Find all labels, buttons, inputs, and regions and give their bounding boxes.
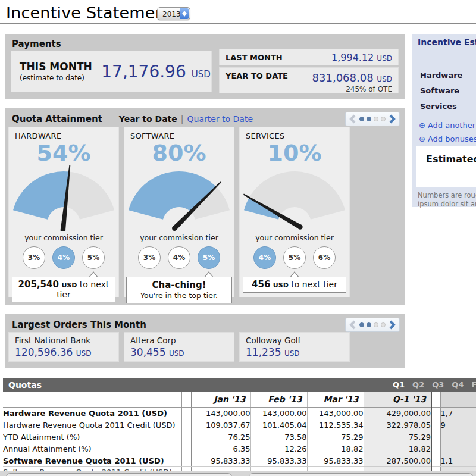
gauge-card-services: SERVICES 10% your commission tier 4% 5% … [239,127,350,298]
estimator-footnote: ipsum dolor sit ame [418,200,476,208]
add-another-link[interactable]: ⊕Add another [419,121,475,130]
largest-orders-header: Largest Orders This Month [12,320,146,330]
table-row: Annual Attainment (%) 6.35 12.26 18.82 1… [3,443,476,455]
toggle-separator: | [181,114,184,124]
table-row: Hardware Revenue Quota 2011 (USD) 143,00… [3,407,476,419]
year-to-date-card: YEAR TO DATE 831,068.08 USD 245% of OTE [219,67,399,93]
clipped-box [249,473,473,476]
estimated-total-label: Estimated Total [416,146,476,165]
select-stepper[interactable] [180,8,189,19]
estimator-row-services: Services [420,102,457,111]
year-select-value: 2013 [162,10,181,18]
year-select[interactable]: 2013 [157,7,190,20]
gauge-card-hardware: HARDWARE 54% your commission tier 3% 4% … [8,127,119,298]
this-month-label: THIS MONTH [20,61,101,73]
add-icon: ⊕ [419,121,425,130]
tier-badge: 4% [168,246,190,269]
tier-caption: your commission tier [240,233,349,242]
last-month-value: 1,994.12 USD [331,52,392,63]
tier-caption: your commission tier [9,233,118,242]
orders-pager [345,318,400,332]
gauge-name: HARDWARE [9,127,118,140]
payments-header: Payments [12,39,61,49]
table-row: YTD Attainment (%) 76.25 73.58 75.29 75.… [3,431,476,443]
next-tier-callout: 205,540 USD to next tier [12,277,115,302]
table-row: Hardware Revenue Quota 2011 Credit (USD)… [3,419,476,431]
callout-notch [204,271,214,277]
top-tier-callout: Cha-ching! You're in the top tier. [126,277,232,303]
tier-badge: 4% [52,246,75,269]
largest-orders-panel: Largest Orders This Month First National… [5,314,405,368]
tab-q2[interactable]: Q2 [412,380,424,389]
add-icon: ⊕ [419,134,425,143]
quotas-title: Quotas [8,380,42,390]
estimator-footnote: Numbers are rough [418,191,476,199]
quotas-header-bar: Quotas Q1 Q2 Q3 Q4 Full Year [3,378,476,392]
tab-full-year[interactable]: Full Year [471,380,476,389]
tier-badge: 5% [198,246,220,269]
toggle-quarter-to-date[interactable]: Quarter to Date [187,114,253,124]
col-jan: Jan '13 [191,392,250,407]
tier-badge: 6% [313,246,336,269]
order-card: First National Bank 120,596.36 USD [8,332,119,362]
tier-badge: 3% [138,246,161,269]
table-row: Software Revenue Quota 2011 (USD) 95,833… [3,455,476,466]
tier-caption: your commission tier [124,233,234,242]
this-month-card: THIS MONTH (estimate to date) 17,176.96 … [11,51,212,92]
title-divider [0,23,476,24]
order-card: Colloway Golf 11,235 USD [239,332,350,362]
last-month-card: LAST MONTH 1,994.12 USD [219,49,399,65]
next-tier-callout: 456 USD to next tier [243,277,346,293]
col-q1: Q-1 '13 [364,392,431,407]
clipped-box [6,473,232,476]
estimator-row-hardware: Hardware [420,71,462,80]
gauge-percent: 54% [9,141,118,165]
tier-badge: 5% [283,246,306,269]
quotas-section: Quotas Q1 Q2 Q3 Q4 Full Year Jan '13 Feb… [3,378,476,476]
order-card: Altera Corp 30,455 USD [124,332,234,362]
col-feb: Feb '13 [250,392,307,407]
gauge-chart [240,165,349,231]
callout-notch [290,271,299,277]
estimator-row-software: Software [420,86,459,95]
tab-q4[interactable]: Q4 [452,380,464,389]
gauge-percent: 10% [240,141,349,165]
bottom-strip [0,471,476,476]
col-mar: Mar '13 [307,392,364,407]
table-header-row: Jan '13 Feb '13 Mar '13 Q-1 '13 [3,392,476,407]
quotas-table: Jan '13 Feb '13 Mar '13 Q-1 '13 Hardware… [3,392,476,476]
last-month-label: LAST MONTH [226,53,283,62]
gauge-card-software: SOFTWARE 80% your commission tier 3% 4% … [124,127,234,298]
tier-badge: 5% [82,246,105,269]
tab-q1[interactable]: Q1 [393,380,405,389]
chevron-right-icon[interactable] [389,320,396,330]
page-title: Incentive Statement [6,4,172,22]
year-to-date-value: 831,068.08 USD [312,71,392,84]
this-month-value: 17,176.96 USD [101,62,211,82]
pager-dots[interactable] [359,117,386,121]
estimator-header: Incentive Estimator [418,37,476,49]
incentive-estimator-panel: Incentive Estimator Hardware Software Se… [412,34,476,207]
payments-panel: Payments THIS MONTH (estimate to date) 1… [5,34,405,99]
gauge-percent: 80% [124,141,234,165]
toggle-year-to-date[interactable]: Year to Date [119,114,177,124]
chevron-left-icon[interactable] [349,114,356,124]
pager-dots[interactable] [359,322,386,327]
add-bonuses-link[interactable]: ⊕Add bonuses [419,134,476,143]
chevron-right-icon[interactable] [389,114,396,124]
tier-badge: 4% [253,246,276,269]
quota-attainment-header: Quota Attainment [12,114,102,124]
year-to-date-label: YEAR TO DATE [226,71,288,93]
callout-notch [89,271,98,277]
tab-q3[interactable]: Q3 [432,380,444,389]
chevron-left-icon[interactable] [349,320,356,330]
this-month-sublabel: (estimate to date) [20,74,101,82]
gauge-pager [345,112,400,126]
ote-note: 245% of OTE [312,85,392,93]
quota-attainment-panel: Quota Attainment Year to Date | Quarter … [5,108,405,305]
estimated-total-box: Estimated Total [416,146,476,187]
gauge-chart [124,165,234,231]
gauge-chart [9,165,118,231]
chevron-down-icon [182,14,187,17]
gauge-name: SOFTWARE [124,127,234,140]
